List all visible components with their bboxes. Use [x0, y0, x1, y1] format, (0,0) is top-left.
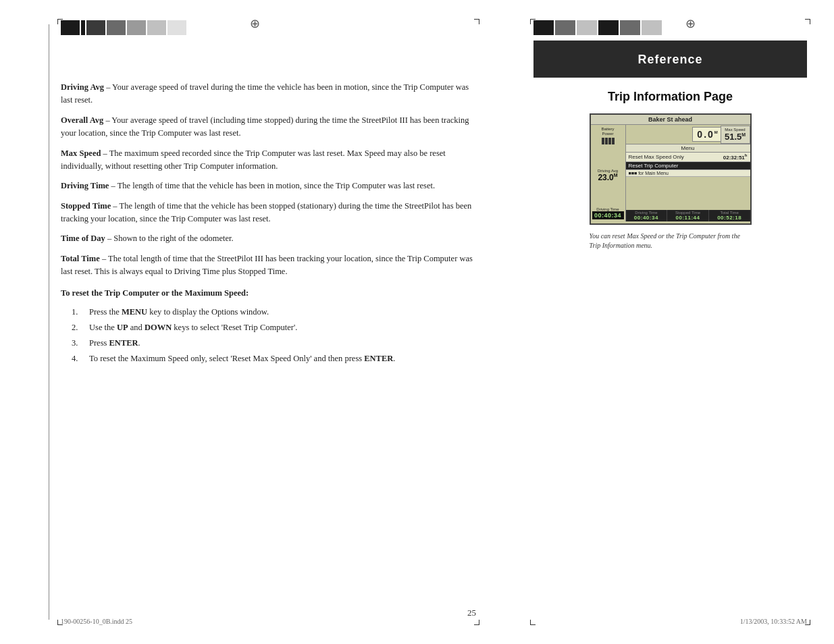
- list-item-4: 4. To reset the Maximum Speed only, sele…: [72, 352, 476, 365]
- bar-seg-5: [127, 20, 146, 35]
- para-overall-avg: Overall Avg – Your average speed of trav…: [61, 114, 476, 140]
- screen-top-bar: Baker St ahead: [591, 115, 750, 125]
- bottom-cell-stopped: Stopped Time 00:11:44: [667, 210, 709, 221]
- instructions-heading: To reset the Trip Computer or the Maximu…: [61, 287, 476, 300]
- page-number: 25: [467, 608, 476, 618]
- speed-indicator: 0.0M: [692, 127, 723, 142]
- total-time-value: 00:52:18: [710, 215, 749, 221]
- rbar-seg-3: [577, 20, 597, 35]
- bottom-cell-total: Total Time 00:52:18: [709, 210, 750, 221]
- left-margin-line: [49, 24, 49, 620]
- driving-time-value: 00:40:34: [592, 211, 624, 219]
- bottom-cell-driving: Driving Time 00:40:34: [626, 210, 668, 221]
- max-speed-value: 51.5M: [724, 132, 747, 142]
- driving-time-label: Driving Time: [592, 207, 624, 211]
- menu-item-esc: ■■■ for Main Menu: [626, 170, 750, 177]
- rbar-seg-4: [598, 20, 619, 35]
- menu-row: Menu: [626, 144, 750, 153]
- bar-seg-6: [147, 20, 166, 35]
- corner-bl-right: [530, 620, 536, 625]
- bar-seg-3: [86, 20, 105, 35]
- driving-avg-display: Driving Avg 23.0M: [592, 169, 624, 182]
- header-bar-left: [61, 20, 476, 35]
- bbar-2: [605, 138, 608, 144]
- instructions-list: 1. Press the MENU key to display the Opt…: [61, 305, 476, 365]
- rbar-seg-6: [642, 20, 662, 35]
- reference-header: Reference: [533, 41, 807, 78]
- bar-seg-7: [167, 20, 186, 35]
- footer-right: 1/13/2003, 10:33:52 AM: [740, 618, 807, 625]
- list-item-2: 2. Use the UP and DOWN keys to select 'R…: [72, 321, 476, 334]
- footer-left: 190-00256-10_0B.indd 25: [61, 618, 132, 625]
- bar-seg-1: [61, 20, 80, 35]
- bar-seg-4: [107, 20, 126, 35]
- list-item-1: 1. Press the MENU key to display the Opt…: [72, 305, 476, 319]
- para-time-of-day: Time of Day – Shown to the right of the …: [61, 232, 476, 245]
- menu-item-reset-trip: Reset Trip Computer: [626, 162, 750, 170]
- screen-right-panel: 0.0M SE Menu Reset Max Speed Only 02:32:…: [626, 125, 750, 221]
- reference-label: Reference: [637, 53, 702, 66]
- screen-caption: You can reset Max Speed or the Trip Comp…: [590, 232, 752, 250]
- para-stopped-time: Stopped Time – The length of time that t…: [61, 200, 476, 226]
- main-text: Driving Avg – Your average speed of trav…: [61, 81, 476, 365]
- bbar-4: [612, 138, 615, 144]
- battery-bars: [592, 138, 624, 144]
- screen-bottom-row: Driving Time 00:40:34 Stopped Time 00:11…: [626, 210, 750, 221]
- bbar-1: [602, 138, 604, 144]
- menu-item-reset-max: Reset Max Speed Only 02:32:51h: [626, 153, 750, 162]
- driving-time-section: Driving Time 00:40:34: [592, 206, 624, 219]
- driving-avg-value: 23.0M: [592, 173, 624, 182]
- stopped-time-value: 00:11:44: [669, 215, 707, 221]
- rbar-seg-5: [620, 20, 640, 35]
- corner-br: [474, 620, 479, 625]
- header-bar-right: [533, 20, 807, 35]
- bbar-3: [608, 138, 611, 144]
- menu-options: Reset Max Speed Only 02:32:51h Reset Tri…: [626, 153, 750, 177]
- menu-item-time: 02:32:51h: [723, 153, 748, 161]
- para-driving-time: Driving Time – The length of time that t…: [61, 180, 476, 192]
- rbar-seg-2: [555, 20, 575, 35]
- bar-seg-2: [81, 20, 85, 35]
- battery-section: BatteryPower: [592, 127, 624, 144]
- driving-time-bottom-value: 00:40:34: [627, 215, 666, 221]
- page-container: Driving Avg – Your average speed of trav…: [0, 0, 834, 644]
- rbar-seg-1: [533, 20, 554, 35]
- screen-body: BatteryPower Driving Avg 23.0M D: [591, 125, 750, 221]
- para-driving-avg: Driving Avg – Your average speed of trav…: [61, 81, 476, 107]
- para-max-speed: Max Speed – The maximum speed recorded s…: [61, 147, 476, 173]
- right-column: Reference Trip Information Page Baker St…: [513, 0, 834, 644]
- crosshair-left: [250, 16, 263, 30]
- trip-info-heading: Trip Information Page: [533, 90, 807, 104]
- list-item-3: 3. Press ENTER.: [72, 336, 476, 350]
- screen-left-panel: BatteryPower Driving Avg 23.0M D: [591, 125, 626, 221]
- left-column: Driving Avg – Your average speed of trav…: [0, 0, 513, 644]
- para-total-time: Total Time – The total length of time th…: [61, 252, 476, 279]
- max-speed-panel: Max Speed 51.5M: [721, 126, 750, 144]
- device-screen: Baker St ahead BatteryPower: [590, 113, 752, 225]
